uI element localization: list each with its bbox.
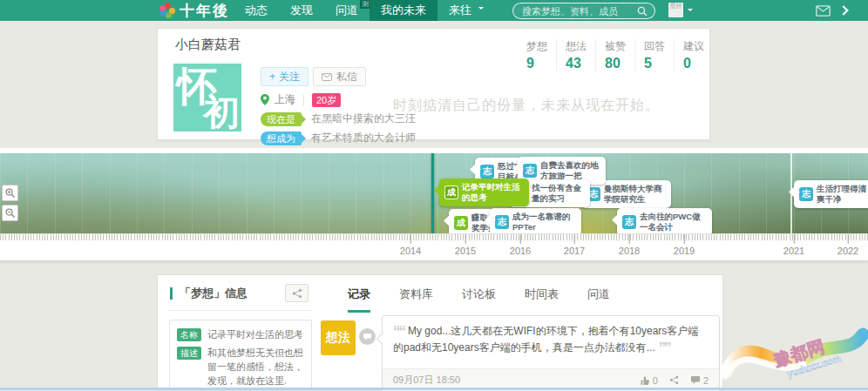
stat-ideas[interactable]: 想法 43 <box>556 39 595 71</box>
stat-label: 回答 <box>644 39 665 54</box>
avatar-char-2: 初 <box>203 88 240 131</box>
nav-item-discover[interactable]: 发现 <box>279 0 324 21</box>
nav-item-social-label: 来往 <box>449 3 471 17</box>
content-tabs: 记录 资料库 讨论板 时间表 问道 <box>348 287 610 313</box>
user-avatar[interactable]: 坚持 <box>668 3 683 17</box>
logo-flower-icon <box>159 3 175 18</box>
stat-value: 5 <box>644 56 665 71</box>
post-card: My god...这几天都在无WIFI的环境下，抱着个有10years客户端的p… <box>382 315 720 391</box>
age-badge: 20岁 <box>312 93 341 107</box>
zoom-in-button[interactable] <box>2 185 18 201</box>
timeline-bubble[interactable]: 志 生活打理得清爽干净 <box>794 180 868 208</box>
stat-label: 被赞 <box>605 39 626 54</box>
profile-name: 小白蘑菇君 <box>175 37 241 53</box>
share-icon <box>292 288 302 299</box>
tab-library[interactable]: 资料库 <box>399 287 433 313</box>
post-text: My god...这几天都在无WIFI的环境下，抱着个有10years客户端的p… <box>393 325 698 354</box>
follow-button[interactable]: + 关注 <box>261 67 309 86</box>
stat-label: 建议 <box>683 39 704 54</box>
stat-value: 9 <box>526 56 547 71</box>
comment-icon <box>690 375 701 385</box>
timeline-canvas[interactable]: 志 怒过BF 目标A 志 自费去喜欢的地方旅游一把 志 找一份有含金量的实习 成… <box>0 153 868 233</box>
profile-avatar[interactable]: 怀 初 <box>173 64 241 131</box>
timeline-zoom-controls <box>2 185 18 225</box>
chevron-down-icon <box>478 7 484 12</box>
search-icon[interactable] <box>637 6 648 17</box>
search-box[interactable] <box>512 3 655 19</box>
tab-schedule[interactable]: 时间表 <box>525 287 559 313</box>
post-share-button[interactable] <box>669 375 679 385</box>
timeline-bubble-selected[interactable]: 成 记录平时对生活的思考 <box>439 179 529 206</box>
year-label: 2021 <box>783 246 804 256</box>
location-pin-icon <box>261 94 269 105</box>
year-label: 2019 <box>674 246 695 256</box>
dream-panel-header: 「梦想」信息 <box>170 286 248 301</box>
stat-dreams[interactable]: 梦想 9 <box>518 39 556 71</box>
timeline-ruler[interactable] <box>0 233 868 242</box>
watermark-logo: 豫都网 yuduxx.com <box>720 313 868 388</box>
mail-icon[interactable] <box>816 4 831 20</box>
stat-value: 43 <box>566 56 587 71</box>
stat-suggestions[interactable]: 建议 0 <box>674 39 713 71</box>
year-label: 2017 <box>564 246 585 256</box>
follow-label: 关注 <box>279 68 300 85</box>
dream-panel-title: 「梦想」信息 <box>180 286 248 301</box>
profile-motto: 时刻掂清自己的份量，未来从现在开始。 <box>393 97 660 115</box>
divider <box>169 310 312 311</box>
stat-value: 0 <box>683 56 704 71</box>
bubble-text: 成为一名靠谱的PPTer <box>512 212 575 233</box>
speech-bubble-icon <box>359 328 376 345</box>
nav-item-my-future[interactable]: 我的未来 <box>370 0 437 21</box>
nav-item-feed[interactable]: 动态 <box>234 0 279 21</box>
stat-value: 80 <box>605 56 626 71</box>
quote-open-icon <box>393 323 408 340</box>
page: 十年後 动态 发现 问道 测 我的未来 来往 坚持 <box>0 0 868 391</box>
site-logo-text: 十年後 <box>180 1 229 21</box>
tab-ask[interactable]: 问道 <box>587 287 610 313</box>
location-row: 上海 20岁 <box>261 92 341 107</box>
envelope-icon <box>322 73 332 81</box>
field-description: 描述 和其他梦想无关但也想留一笔的感悟，想法，发现，就放在这里. <box>177 346 304 388</box>
field-label: 描述 <box>177 347 201 360</box>
location-text: 上海 <box>275 92 295 107</box>
aspiration-icon: 志 <box>799 187 813 201</box>
zoom-out-icon <box>5 208 16 219</box>
stat-likes[interactable]: 被赞 80 <box>595 39 634 71</box>
post-type-badge: 想法 <box>321 320 356 355</box>
stat-label: 想法 <box>566 39 587 54</box>
chevron-right-icon[interactable] <box>838 5 848 15</box>
year-label: 2022 <box>837 246 858 256</box>
profile-stats: 梦想 9 想法 43 被赞 80 回答 5 建议 0 <box>518 39 713 71</box>
tag-want-text: 有艺术特质的大会计师 <box>311 131 416 145</box>
share-icon <box>669 375 679 385</box>
message-button[interactable]: 私信 <box>313 67 366 86</box>
bubble-text: 找一份有含金量的实习 <box>532 183 584 204</box>
post-body: My god...这几天都在无WIFI的环境下，抱着个有10years客户端的p… <box>383 316 719 368</box>
profile-card: 小白蘑菇君 怀 初 + 关注 私信 上海 20岁 现在是 在 <box>157 28 710 140</box>
share-button[interactable] <box>285 284 309 302</box>
tag-row-want: 想成为 有艺术特质的大会计师 <box>261 131 416 145</box>
post-actions: 0 2 <box>640 375 709 386</box>
timeline-bubble[interactable]: 志 去向往的PWC做一名会计 <box>617 208 712 233</box>
aspiration-icon: 志 <box>495 215 509 229</box>
quote-close-icon <box>655 340 670 356</box>
tag-now-label: 现在是 <box>261 112 302 126</box>
tab-records[interactable]: 记录 <box>348 287 370 313</box>
thumbs-up-icon <box>640 375 650 386</box>
comment-button[interactable]: 2 <box>690 375 709 386</box>
avatar-caret-icon[interactable] <box>688 9 693 14</box>
search-input[interactable] <box>520 5 637 17</box>
nav-item-social[interactable]: 来往 <box>437 0 495 21</box>
nav-menu: 动态 发现 问道 测 我的未来 来往 <box>234 0 495 21</box>
site-logo[interactable]: 十年後 <box>159 0 229 21</box>
zoom-out-button[interactable] <box>2 205 18 221</box>
nav-item-ask[interactable]: 问道 测 <box>324 0 370 21</box>
tab-discussion[interactable]: 讨论板 <box>462 287 496 313</box>
timeline-bubble[interactable]: 志 成为一名靠谱的PPTer <box>490 208 581 233</box>
stat-answers[interactable]: 回答 5 <box>634 39 674 71</box>
accent-bar <box>170 287 173 300</box>
achievement-icon: 成 <box>454 216 468 230</box>
like-button[interactable]: 0 <box>640 375 658 386</box>
watermark: 豫都网 yuduxx.com <box>720 313 868 388</box>
footer-divider <box>0 388 868 390</box>
